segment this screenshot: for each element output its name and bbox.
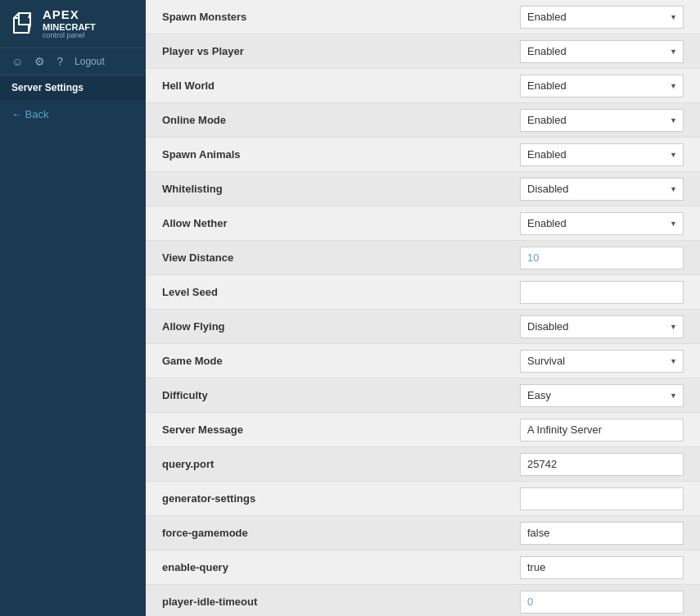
settings-row-online-mode: Online ModeEnabledDisabled	[146, 103, 700, 138]
person-icon[interactable]: ☺	[11, 55, 23, 68]
input-generator-settings[interactable]	[520, 487, 684, 510]
svg-rect-1	[19, 13, 30, 25]
logo-text: APEX MINECRAFT control panel	[43, 8, 96, 39]
logout-link[interactable]: Logout	[75, 56, 105, 67]
control-generator-settings[interactable]	[520, 487, 684, 510]
label-online-mode: Online Mode	[162, 106, 520, 134]
control-view-distance[interactable]	[520, 247, 684, 270]
control-level-seed[interactable]	[520, 281, 684, 304]
label-hell-world: Hell World	[162, 71, 520, 100]
select-allow-nether[interactable]: EnabledDisabled	[520, 212, 684, 235]
back-button[interactable]: ← Back	[0, 100, 146, 129]
settings-row-spawn-animals: Spawn AnimalsEnabledDisabled	[146, 138, 700, 172]
select-spawn-animals[interactable]: EnabledDisabled	[520, 143, 684, 166]
logo-header: APEX MINECRAFT control panel	[0, 0, 146, 48]
label-allow-nether: Allow Nether	[162, 209, 520, 238]
settings-row-game-mode: Game ModeSurvivalCreativeAdventureSpecta…	[146, 344, 700, 378]
logo-icon	[10, 11, 36, 37]
select-player-vs-player[interactable]: EnabledDisabled	[520, 40, 684, 63]
select-allow-flying[interactable]: EnabledDisabled	[520, 315, 684, 338]
label-level-seed: Level Seed	[162, 278, 520, 306]
settings-row-hell-world: Hell WorldEnabledDisabled	[146, 69, 700, 103]
label-player-idle-timeout: player-idle-timeout	[162, 587, 520, 616]
label-allow-flying: Allow Flying	[162, 312, 520, 341]
select-whitelisting[interactable]: EnabledDisabled	[520, 178, 684, 201]
select-wrapper-spawn-animals: EnabledDisabled	[520, 143, 684, 166]
control-online-mode[interactable]: EnabledDisabled	[520, 109, 684, 132]
label-whitelisting: Whitelisting	[162, 174, 520, 203]
input-level-seed[interactable]	[520, 281, 684, 304]
select-wrapper-spawn-monsters: EnabledDisabled	[520, 6, 684, 29]
input-query-port[interactable]	[520, 453, 684, 476]
settings-row-player-vs-player: Player vs PlayerEnabledDisabled	[146, 34, 700, 69]
settings-row-force-gamemode: force-gamemode	[146, 516, 700, 550]
control-hell-world[interactable]: EnabledDisabled	[520, 75, 684, 97]
control-force-gamemode[interactable]	[520, 522, 684, 545]
select-difficulty[interactable]: PeacefulEasyNormalHard	[520, 384, 684, 407]
select-wrapper-whitelisting: EnabledDisabled	[520, 178, 684, 201]
settings-row-whitelisting: WhitelistingEnabledDisabled	[146, 172, 700, 206]
logo-minecraft-text: MINECRAFT	[43, 22, 96, 32]
input-view-distance[interactable]	[520, 247, 684, 270]
help-icon[interactable]: ?	[56, 55, 63, 68]
settings-row-allow-nether: Allow NetherEnabledDisabled	[146, 206, 700, 241]
input-enable-query[interactable]	[520, 556, 684, 579]
label-enable-query: enable-query	[162, 553, 520, 582]
control-difficulty[interactable]: PeacefulEasyNormalHard	[520, 384, 684, 407]
control-query-port[interactable]	[520, 453, 684, 476]
sidebar: APEX MINECRAFT control panel ☺ ⚙ ? Logou…	[0, 0, 146, 616]
control-allow-flying[interactable]: EnabledDisabled	[520, 315, 684, 338]
logo-control-text: control panel	[43, 32, 96, 40]
settings-row-allow-flying: Allow FlyingEnabledDisabled	[146, 310, 700, 344]
label-spawn-monsters: Spawn Monsters	[162, 2, 520, 31]
control-allow-nether[interactable]: EnabledDisabled	[520, 212, 684, 235]
select-wrapper-online-mode: EnabledDisabled	[520, 109, 684, 132]
settings-table: Spawn MonstersEnabledDisabledPlayer vs P…	[146, 0, 700, 616]
input-player-idle-timeout[interactable]	[520, 591, 684, 614]
settings-row-generator-settings: generator-settings	[146, 482, 700, 516]
label-server-message: Server Message	[162, 415, 520, 444]
input-server-message[interactable]	[520, 419, 684, 442]
settings-row-player-idle-timeout: player-idle-timeout	[146, 585, 700, 616]
control-spawn-animals[interactable]: EnabledDisabled	[520, 143, 684, 166]
settings-row-enable-query: enable-query	[146, 550, 700, 585]
label-game-mode: Game Mode	[162, 346, 520, 375]
select-wrapper-allow-nether: EnabledDisabled	[520, 212, 684, 235]
control-enable-query[interactable]	[520, 556, 684, 579]
label-player-vs-player: Player vs Player	[162, 37, 520, 66]
settings-row-spawn-monsters: Spawn MonstersEnabledDisabled	[146, 0, 700, 34]
label-force-gamemode: force-gamemode	[162, 519, 520, 547]
sidebar-nav: ☺ ⚙ ? Logout	[0, 48, 146, 75]
select-hell-world[interactable]: EnabledDisabled	[520, 75, 684, 97]
main-content: Spawn MonstersEnabledDisabledPlayer vs P…	[146, 0, 700, 616]
control-server-message[interactable]	[520, 419, 684, 442]
control-whitelisting[interactable]: EnabledDisabled	[520, 178, 684, 201]
select-wrapper-player-vs-player: EnabledDisabled	[520, 40, 684, 63]
logo-apex-text: APEX	[43, 8, 96, 22]
sidebar-section-title: Server Settings	[0, 75, 146, 100]
label-difficulty: Difficulty	[162, 381, 520, 410]
input-force-gamemode[interactable]	[520, 522, 684, 545]
label-spawn-animals: Spawn Animals	[162, 140, 520, 169]
select-spawn-monsters[interactable]: EnabledDisabled	[520, 6, 684, 29]
settings-row-view-distance: View Distance	[146, 241, 700, 275]
select-wrapper-allow-flying: EnabledDisabled	[520, 315, 684, 338]
label-query-port: query.port	[162, 450, 520, 478]
settings-row-server-message: Server Message	[146, 413, 700, 447]
settings-row-level-seed: Level Seed	[146, 275, 700, 310]
control-game-mode[interactable]: SurvivalCreativeAdventureSpectator	[520, 350, 684, 373]
settings-row-query-port: query.port	[146, 447, 700, 482]
select-wrapper-hell-world: EnabledDisabled	[520, 75, 684, 97]
control-spawn-monsters[interactable]: EnabledDisabled	[520, 6, 684, 29]
label-view-distance: View Distance	[162, 243, 520, 272]
gear-icon[interactable]: ⚙	[34, 55, 45, 68]
settings-row-difficulty: DifficultyPeacefulEasyNormalHard	[146, 378, 700, 413]
control-player-idle-timeout[interactable]	[520, 591, 684, 614]
control-player-vs-player[interactable]: EnabledDisabled	[520, 40, 684, 63]
select-online-mode[interactable]: EnabledDisabled	[520, 109, 684, 132]
select-wrapper-difficulty: PeacefulEasyNormalHard	[520, 384, 684, 407]
label-generator-settings: generator-settings	[162, 484, 520, 513]
select-game-mode[interactable]: SurvivalCreativeAdventureSpectator	[520, 350, 684, 373]
select-wrapper-game-mode: SurvivalCreativeAdventureSpectator	[520, 350, 684, 373]
